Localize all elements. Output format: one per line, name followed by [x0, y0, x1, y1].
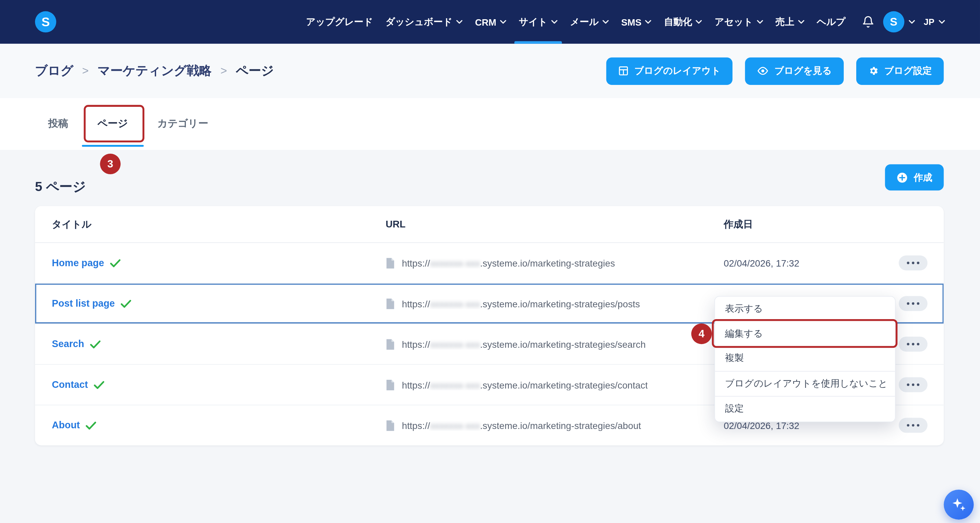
- tab-pages[interactable]: ページ: [97, 98, 128, 150]
- column-header-url: URL: [385, 219, 724, 230]
- create-page-button[interactable]: 作成: [885, 164, 943, 190]
- view-blog-button[interactable]: ブログを見る: [745, 57, 843, 85]
- blurred-subdomain: xxxxxxx-xxx: [430, 298, 480, 309]
- row-actions-button[interactable]: [899, 377, 928, 392]
- nav-item-sales[interactable]: 売上: [769, 0, 810, 44]
- chevron-down-icon: [551, 20, 558, 24]
- menu-item-settings[interactable]: 設定: [715, 396, 895, 421]
- document-icon: [385, 298, 395, 309]
- column-header-created: 作成日: [724, 218, 880, 231]
- chevron-down-icon: [939, 20, 945, 24]
- bell-icon[interactable]: [862, 15, 874, 29]
- account-menu[interactable]: S: [883, 11, 915, 32]
- menu-item-edit[interactable]: 編集する: [715, 322, 895, 346]
- document-icon: [385, 419, 395, 431]
- breadcrumb-bar: ブログ > マーケティング戦略 > ページ ブログのレイアウト ブログを見る ブ…: [0, 44, 980, 98]
- tabs-bar: 投稿 ページ カテゴリー: [0, 98, 980, 150]
- eye-icon: [757, 66, 769, 76]
- check-icon: [94, 381, 104, 389]
- blog-layout-button[interactable]: ブログのレイアウト: [606, 57, 733, 85]
- breadcrumb-pages: ページ: [236, 62, 274, 79]
- nav-item-automation[interactable]: 自動化: [658, 0, 708, 44]
- locale-menu[interactable]: JP: [924, 17, 945, 27]
- page-url: https://xxxxxxx-xxx.systeme.io/marketing…: [402, 379, 648, 390]
- nav-item-crm[interactable]: CRM: [469, 0, 512, 44]
- table-row: Home page https://xxxxxxx-xxx.systeme.io…: [35, 243, 944, 283]
- nav-item-sms[interactable]: SMS: [615, 0, 658, 44]
- blurred-subdomain: xxxxxxx-xxx: [430, 379, 480, 390]
- page-title-link[interactable]: Search: [52, 338, 84, 349]
- page: S アップグレード ダッシュボード CRM サイト メール SMS 自動化 アセ…: [0, 0, 980, 523]
- document-icon: [385, 338, 395, 350]
- tab-posts[interactable]: 投稿: [48, 98, 68, 150]
- navbar-right: S JP: [862, 11, 945, 32]
- breadcrumb-marketing-strategy[interactable]: マーケティング戦略: [97, 62, 212, 79]
- nav-item-upgrade[interactable]: アップグレード: [300, 0, 379, 44]
- breadcrumb-blog[interactable]: ブログ: [35, 62, 73, 79]
- page-url: https://xxxxxxx-xxx.systeme.io/marketing…: [402, 257, 615, 268]
- check-icon: [85, 421, 96, 429]
- nav-item-help[interactable]: ヘルプ: [810, 0, 851, 44]
- chevron-down-icon: [908, 20, 915, 24]
- tab-categories[interactable]: カテゴリー: [158, 98, 208, 150]
- header-actions: ブログのレイアウト ブログを見る ブログ設定: [606, 57, 944, 85]
- document-icon: [385, 257, 395, 269]
- blurred-subdomain: xxxxxxx-xxx: [430, 257, 480, 268]
- page-url: https://xxxxxxx-xxx.systeme.io/marketing…: [402, 420, 641, 431]
- page-url: https://xxxxxxx-xxx.systeme.io/marketing…: [402, 339, 646, 349]
- document-icon: [385, 379, 395, 391]
- nav-item-site[interactable]: サイト: [512, 0, 564, 44]
- plus-circle-icon: [896, 171, 908, 183]
- page-count-heading: 5 ページ: [35, 178, 86, 196]
- nav-item-dashboard[interactable]: ダッシュボード: [379, 0, 469, 44]
- page-url: https://xxxxxxx-xxx.systeme.io/marketing…: [402, 298, 640, 309]
- check-icon: [90, 340, 100, 348]
- row-actions-button[interactable]: [899, 255, 928, 270]
- breadcrumb: ブログ > マーケティング戦略 > ページ: [35, 62, 274, 79]
- blog-settings-button[interactable]: ブログ設定: [856, 57, 944, 85]
- column-header-title: タイトル: [35, 218, 386, 231]
- chevron-down-icon: [602, 20, 609, 24]
- menu-item-duplicate[interactable]: 複製: [715, 346, 895, 371]
- breadcrumb-separator: >: [82, 64, 89, 78]
- page-title-link[interactable]: Home page: [52, 257, 104, 269]
- chevron-down-icon: [645, 20, 652, 24]
- ai-assistant-button[interactable]: [943, 490, 974, 520]
- main-nav: アップグレード ダッシュボード CRM サイト メール SMS 自動化 アセット…: [300, 0, 852, 44]
- menu-item-no-blog-layout[interactable]: ブログのレイアウトを使用しないこと: [715, 371, 895, 396]
- locale-label: JP: [924, 17, 934, 27]
- created-date: 02/04/2026, 17:32: [724, 257, 880, 268]
- layout-icon: [618, 66, 629, 76]
- check-icon: [120, 300, 131, 307]
- menu-item-view[interactable]: 表示する: [715, 296, 895, 321]
- row-actions-button[interactable]: [899, 418, 928, 433]
- row-actions-button[interactable]: [899, 296, 928, 311]
- row-actions-button[interactable]: [899, 337, 928, 352]
- chevron-down-icon: [500, 20, 506, 24]
- check-icon: [110, 259, 120, 267]
- page-title-link[interactable]: About: [52, 420, 80, 431]
- row-actions-menu: 表示する 編集する 複製 ブログのレイアウトを使用しないこと 設定: [714, 296, 896, 422]
- table-header: タイトル URL 作成日: [35, 206, 944, 243]
- app-logo[interactable]: S: [35, 11, 56, 32]
- chevron-down-icon: [798, 20, 804, 24]
- nav-item-assets[interactable]: アセット: [708, 0, 770, 44]
- sparkle-icon: [951, 496, 967, 513]
- blurred-subdomain: xxxxxxx-xxx: [430, 420, 480, 431]
- avatar: S: [883, 11, 904, 32]
- nav-item-email[interactable]: メール: [564, 0, 615, 44]
- breadcrumb-separator: >: [221, 64, 227, 78]
- page-title-link[interactable]: Post list page: [52, 298, 115, 309]
- chevron-down-icon: [696, 20, 702, 24]
- annotation-step-3-badge: 3: [100, 154, 121, 174]
- blurred-subdomain: xxxxxxx-xxx: [430, 339, 480, 349]
- gear-icon: [868, 66, 879, 76]
- chevron-down-icon: [456, 20, 463, 24]
- chevron-down-icon: [757, 20, 763, 24]
- page-title-link[interactable]: Contact: [52, 379, 88, 390]
- top-navbar: S アップグレード ダッシュボード CRM サイト メール SMS 自動化 アセ…: [0, 0, 980, 44]
